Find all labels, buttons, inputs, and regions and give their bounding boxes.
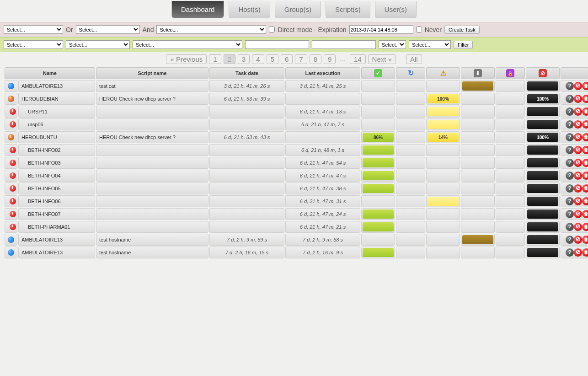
delete-button[interactable] bbox=[582, 223, 588, 231]
row-name[interactable]: ursp06 bbox=[18, 118, 95, 130]
create-task-button[interactable]: Create Task bbox=[444, 26, 480, 34]
filter-select-5[interactable]: Select... bbox=[409, 40, 451, 49]
info-button[interactable] bbox=[566, 107, 574, 116]
filter-text-1[interactable] bbox=[245, 40, 309, 49]
row-name[interactable]: BETH-INFO06 bbox=[18, 195, 95, 207]
info-button[interactable] bbox=[566, 197, 574, 205]
delete-button[interactable] bbox=[582, 146, 588, 154]
info-button[interactable] bbox=[566, 223, 574, 231]
info-button[interactable] bbox=[566, 95, 574, 103]
page-2[interactable]: 2 bbox=[224, 54, 235, 64]
task-select-1[interactable]: Select... bbox=[4, 25, 63, 34]
row-name[interactable]: BETH-INFO04 bbox=[18, 170, 95, 182]
delete-button[interactable] bbox=[582, 248, 588, 257]
delete-button[interactable] bbox=[582, 236, 588, 244]
task-select-2[interactable]: Select... bbox=[76, 25, 140, 34]
cancel-button[interactable] bbox=[574, 133, 582, 141]
page-4[interactable]: 4 bbox=[252, 54, 264, 64]
direct-mode-checkbox[interactable] bbox=[269, 27, 275, 32]
col-taskdate[interactable]: Task date bbox=[209, 67, 284, 79]
page-prev[interactable]: « Previous bbox=[166, 54, 207, 64]
row-name[interactable]: BETH-INFO07 bbox=[18, 208, 95, 220]
delete-button[interactable] bbox=[582, 107, 588, 116]
info-button[interactable] bbox=[566, 184, 574, 193]
delete-button[interactable] bbox=[582, 95, 588, 103]
filter-text-2[interactable] bbox=[312, 40, 376, 49]
delete-button[interactable] bbox=[582, 133, 588, 141]
page-7[interactable]: 7 bbox=[295, 54, 307, 64]
page-all[interactable]: All bbox=[406, 54, 422, 64]
cancel-button[interactable] bbox=[574, 197, 582, 205]
page-3[interactable]: 3 bbox=[238, 54, 250, 64]
info-button[interactable] bbox=[566, 172, 574, 180]
col-lastexec[interactable]: Last execution bbox=[285, 67, 360, 79]
delete-button[interactable] bbox=[582, 159, 588, 167]
tab-hosts[interactable]: Host(s) bbox=[229, 1, 270, 18]
cancel-button[interactable] bbox=[574, 236, 582, 244]
info-button[interactable] bbox=[566, 248, 574, 257]
cancel-button[interactable] bbox=[574, 159, 582, 167]
page-1[interactable]: 1 bbox=[209, 54, 221, 64]
col-no[interactable] bbox=[526, 67, 560, 79]
row-name[interactable]: HEROUBUNTU bbox=[18, 131, 95, 143]
col-script[interactable]: Script name bbox=[96, 67, 208, 79]
info-button[interactable] bbox=[566, 159, 574, 167]
info-button[interactable] bbox=[566, 236, 574, 244]
expiration-input[interactable] bbox=[349, 25, 413, 34]
cancel-button[interactable] bbox=[574, 223, 582, 231]
task-select-3[interactable]: Select... bbox=[156, 25, 266, 34]
row-name[interactable]: BETH-INFO02 bbox=[18, 144, 95, 156]
col-down[interactable] bbox=[461, 67, 495, 79]
page-9[interactable]: 9 bbox=[324, 54, 336, 64]
info-button[interactable] bbox=[566, 146, 574, 154]
info-button[interactable] bbox=[566, 210, 574, 218]
row-name[interactable]: URSP11 bbox=[18, 106, 95, 118]
col-warn[interactable] bbox=[426, 67, 460, 79]
page-5[interactable]: 5 bbox=[267, 54, 278, 64]
cancel-button[interactable] bbox=[574, 184, 582, 193]
delete-button[interactable] bbox=[582, 172, 588, 180]
cancel-button[interactable] bbox=[574, 172, 582, 180]
filter-select-1[interactable]: Select... bbox=[4, 40, 63, 49]
page-14[interactable]: 14 bbox=[350, 54, 366, 64]
info-button[interactable] bbox=[566, 120, 574, 129]
col-name[interactable]: Name bbox=[5, 67, 95, 79]
delete-button[interactable] bbox=[582, 184, 588, 193]
page-8[interactable]: 8 bbox=[310, 54, 321, 64]
filter-select-4[interactable]: Select... bbox=[379, 40, 406, 49]
cancel-button[interactable] bbox=[574, 146, 582, 154]
page-6[interactable]: 6 bbox=[281, 54, 293, 64]
row-name[interactable]: AMBULATOIRE13 bbox=[18, 247, 95, 258]
cancel-button[interactable] bbox=[574, 95, 582, 103]
delete-button[interactable] bbox=[582, 210, 588, 218]
tab-users[interactable]: User(s) bbox=[375, 1, 417, 18]
row-name[interactable]: BETH-INFO03 bbox=[18, 157, 95, 169]
tab-dashboard[interactable]: Dashboard bbox=[171, 1, 224, 18]
filter-button[interactable]: Filter bbox=[454, 41, 473, 49]
row-name[interactable]: BETH-INFO05 bbox=[18, 183, 95, 194]
row-name[interactable]: HEROUDEBIAN bbox=[18, 93, 95, 105]
col-lock[interactable] bbox=[496, 67, 525, 79]
delete-button[interactable] bbox=[582, 82, 588, 90]
row-name[interactable]: AMBULATOIRE13 bbox=[18, 234, 95, 246]
row-name[interactable]: BETH-PHARMA01 bbox=[18, 221, 95, 233]
filter-select-3[interactable]: Select... bbox=[133, 40, 242, 49]
never-checkbox[interactable] bbox=[416, 27, 422, 32]
page-next[interactable]: Next » bbox=[368, 54, 396, 64]
cancel-button[interactable] bbox=[574, 248, 582, 257]
delete-button[interactable] bbox=[582, 197, 588, 205]
filter-select-2[interactable]: Select... bbox=[66, 40, 130, 49]
cancel-button[interactable] bbox=[574, 120, 582, 129]
cancel-button[interactable] bbox=[574, 210, 582, 218]
cancel-button[interactable] bbox=[574, 82, 582, 90]
info-button[interactable] bbox=[566, 82, 574, 90]
tab-scripts[interactable]: Script(s) bbox=[326, 1, 370, 18]
info-button[interactable] bbox=[566, 133, 574, 141]
cancel-button[interactable] bbox=[574, 107, 582, 116]
row-name[interactable]: AMBULATOIRE13 bbox=[18, 80, 95, 92]
tab-groups[interactable]: Group(s) bbox=[275, 1, 321, 18]
delete-button[interactable] bbox=[582, 120, 588, 129]
col-reload[interactable] bbox=[396, 67, 425, 79]
col-ok[interactable] bbox=[361, 67, 395, 79]
row-no bbox=[526, 208, 560, 220]
